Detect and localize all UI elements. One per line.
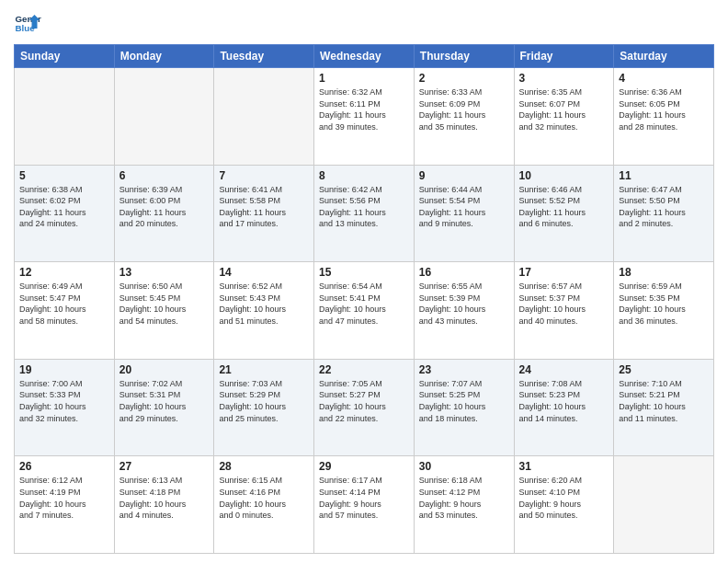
day-number: 29: [319, 460, 409, 473]
calendar-cell: 28Sunrise: 6:15 AM Sunset: 4:16 PM Dayli…: [214, 456, 314, 554]
day-info: Sunrise: 6:49 AM Sunset: 5:47 PM Dayligh…: [19, 281, 109, 327]
day-number: 8: [319, 169, 409, 182]
day-number: 11: [619, 169, 709, 182]
calendar-cell: 7Sunrise: 6:41 AM Sunset: 5:58 PM Daylig…: [214, 165, 314, 262]
day-info: Sunrise: 7:10 AM Sunset: 5:21 PM Dayligh…: [619, 378, 709, 424]
calendar-cell: 26Sunrise: 6:12 AM Sunset: 4:19 PM Dayli…: [15, 456, 115, 554]
day-number: 12: [19, 266, 109, 279]
calendar-cell: [15, 68, 115, 166]
day-info: Sunrise: 6:39 AM Sunset: 6:00 PM Dayligh…: [119, 184, 210, 230]
day-info: Sunrise: 6:41 AM Sunset: 5:58 PM Dayligh…: [219, 184, 309, 230]
day-info: Sunrise: 6:42 AM Sunset: 5:56 PM Dayligh…: [319, 184, 409, 230]
weekday-header-thursday: Thursday: [414, 45, 514, 68]
day-number: 4: [619, 72, 709, 85]
day-info: Sunrise: 6:47 AM Sunset: 5:50 PM Dayligh…: [619, 184, 709, 230]
day-number: 10: [519, 169, 609, 182]
day-info: Sunrise: 6:12 AM Sunset: 4:19 PM Dayligh…: [19, 475, 109, 521]
calendar-cell: 10Sunrise: 6:46 AM Sunset: 5:52 PM Dayli…: [514, 165, 614, 262]
calendar-cell: 18Sunrise: 6:59 AM Sunset: 5:35 PM Dayli…: [614, 262, 714, 360]
day-info: Sunrise: 7:08 AM Sunset: 5:23 PM Dayligh…: [519, 378, 609, 424]
weekday-header-sunday: Sunday: [15, 45, 115, 68]
day-number: 14: [219, 266, 309, 279]
day-info: Sunrise: 6:33 AM Sunset: 6:09 PM Dayligh…: [419, 86, 509, 132]
day-number: 1: [319, 72, 409, 85]
day-number: 26: [19, 460, 109, 473]
day-info: Sunrise: 6:52 AM Sunset: 5:43 PM Dayligh…: [219, 281, 309, 327]
calendar-cell: 29Sunrise: 6:17 AM Sunset: 4:14 PM Dayli…: [314, 456, 415, 554]
day-info: Sunrise: 7:00 AM Sunset: 5:33 PM Dayligh…: [19, 378, 109, 424]
calendar-cell: 31Sunrise: 6:20 AM Sunset: 4:10 PM Dayli…: [514, 456, 614, 554]
calendar-cell: 13Sunrise: 6:50 AM Sunset: 5:45 PM Dayli…: [114, 262, 214, 360]
header: General Blue: [14, 9, 714, 37]
day-number: 17: [519, 266, 609, 279]
day-info: Sunrise: 6:57 AM Sunset: 5:37 PM Dayligh…: [519, 281, 609, 327]
calendar-cell: 24Sunrise: 7:08 AM Sunset: 5:23 PM Dayli…: [514, 359, 614, 456]
day-info: Sunrise: 7:05 AM Sunset: 5:27 PM Dayligh…: [319, 378, 409, 424]
day-number: 23: [419, 363, 509, 376]
calendar-cell: 21Sunrise: 7:03 AM Sunset: 5:29 PM Dayli…: [214, 359, 314, 456]
day-info: Sunrise: 6:35 AM Sunset: 6:07 PM Dayligh…: [519, 86, 609, 132]
logo: General Blue: [14, 9, 45, 37]
day-info: Sunrise: 6:32 AM Sunset: 6:11 PM Dayligh…: [319, 86, 409, 132]
calendar-cell: 23Sunrise: 7:07 AM Sunset: 5:25 PM Dayli…: [414, 359, 514, 456]
calendar-week-4: 26Sunrise: 6:12 AM Sunset: 4:19 PM Dayli…: [15, 456, 714, 554]
calendar-cell: 16Sunrise: 6:55 AM Sunset: 5:39 PM Dayli…: [414, 262, 514, 360]
day-info: Sunrise: 7:02 AM Sunset: 5:31 PM Dayligh…: [119, 378, 210, 424]
day-number: 25: [619, 363, 709, 376]
day-number: 24: [519, 363, 609, 376]
day-info: Sunrise: 6:46 AM Sunset: 5:52 PM Dayligh…: [519, 184, 609, 230]
page: General Blue SundayMondayTuesdayWednesda…: [0, 0, 728, 563]
calendar-cell: 5Sunrise: 6:38 AM Sunset: 6:02 PM Daylig…: [15, 165, 115, 262]
day-number: 7: [219, 169, 309, 182]
calendar-cell: [114, 68, 214, 166]
logo-icon: General Blue: [14, 9, 41, 37]
day-number: 31: [519, 460, 609, 473]
day-number: 30: [419, 460, 509, 473]
calendar-cell: 15Sunrise: 6:54 AM Sunset: 5:41 PM Dayli…: [314, 262, 415, 360]
day-info: Sunrise: 6:59 AM Sunset: 5:35 PM Dayligh…: [619, 281, 709, 327]
calendar-cell: 14Sunrise: 6:52 AM Sunset: 5:43 PM Dayli…: [214, 262, 314, 360]
calendar-week-2: 12Sunrise: 6:49 AM Sunset: 5:47 PM Dayli…: [15, 262, 714, 360]
day-info: Sunrise: 6:13 AM Sunset: 4:18 PM Dayligh…: [119, 475, 210, 521]
day-number: 3: [519, 72, 609, 85]
calendar-cell: 30Sunrise: 6:18 AM Sunset: 4:12 PM Dayli…: [414, 456, 514, 554]
day-number: 5: [19, 169, 109, 182]
calendar-table: SundayMondayTuesdayWednesdayThursdayFrid…: [14, 44, 714, 554]
day-number: 6: [119, 169, 210, 182]
calendar-cell: 3Sunrise: 6:35 AM Sunset: 6:07 PM Daylig…: [514, 68, 614, 166]
day-info: Sunrise: 7:07 AM Sunset: 5:25 PM Dayligh…: [419, 378, 509, 424]
day-number: 15: [319, 266, 409, 279]
weekday-header-monday: Monday: [114, 45, 214, 68]
calendar-cell: 6Sunrise: 6:39 AM Sunset: 6:00 PM Daylig…: [114, 165, 214, 262]
day-number: 16: [419, 266, 509, 279]
weekday-header-saturday: Saturday: [614, 45, 714, 68]
weekday-header-wednesday: Wednesday: [314, 45, 415, 68]
calendar-cell: 9Sunrise: 6:44 AM Sunset: 5:54 PM Daylig…: [414, 165, 514, 262]
day-info: Sunrise: 6:44 AM Sunset: 5:54 PM Dayligh…: [419, 184, 509, 230]
calendar-cell: 27Sunrise: 6:13 AM Sunset: 4:18 PM Dayli…: [114, 456, 214, 554]
calendar-cell: [214, 68, 314, 166]
day-info: Sunrise: 6:17 AM Sunset: 4:14 PM Dayligh…: [319, 475, 409, 521]
weekday-header-friday: Friday: [514, 45, 614, 68]
day-info: Sunrise: 6:38 AM Sunset: 6:02 PM Dayligh…: [19, 184, 109, 230]
day-number: 2: [419, 72, 509, 85]
day-number: 20: [119, 363, 210, 376]
weekday-header-row: SundayMondayTuesdayWednesdayThursdayFrid…: [15, 45, 714, 68]
calendar-cell: 12Sunrise: 6:49 AM Sunset: 5:47 PM Dayli…: [15, 262, 115, 360]
calendar-cell: 1Sunrise: 6:32 AM Sunset: 6:11 PM Daylig…: [314, 68, 415, 166]
calendar-week-3: 19Sunrise: 7:00 AM Sunset: 5:33 PM Dayli…: [15, 359, 714, 456]
day-number: 22: [319, 363, 409, 376]
calendar-cell: 11Sunrise: 6:47 AM Sunset: 5:50 PM Dayli…: [614, 165, 714, 262]
day-info: Sunrise: 6:55 AM Sunset: 5:39 PM Dayligh…: [419, 281, 509, 327]
day-info: Sunrise: 6:50 AM Sunset: 5:45 PM Dayligh…: [119, 281, 210, 327]
calendar-cell: 19Sunrise: 7:00 AM Sunset: 5:33 PM Dayli…: [15, 359, 115, 456]
day-number: 18: [619, 266, 709, 279]
day-info: Sunrise: 6:20 AM Sunset: 4:10 PM Dayligh…: [519, 475, 609, 521]
calendar-cell: 2Sunrise: 6:33 AM Sunset: 6:09 PM Daylig…: [414, 68, 514, 166]
day-info: Sunrise: 6:36 AM Sunset: 6:05 PM Dayligh…: [619, 86, 709, 132]
calendar-cell: 8Sunrise: 6:42 AM Sunset: 5:56 PM Daylig…: [314, 165, 415, 262]
weekday-header-tuesday: Tuesday: [214, 45, 314, 68]
calendar-cell: 22Sunrise: 7:05 AM Sunset: 5:27 PM Dayli…: [314, 359, 415, 456]
calendar-cell: 25Sunrise: 7:10 AM Sunset: 5:21 PM Dayli…: [614, 359, 714, 456]
day-info: Sunrise: 6:54 AM Sunset: 5:41 PM Dayligh…: [319, 281, 409, 327]
